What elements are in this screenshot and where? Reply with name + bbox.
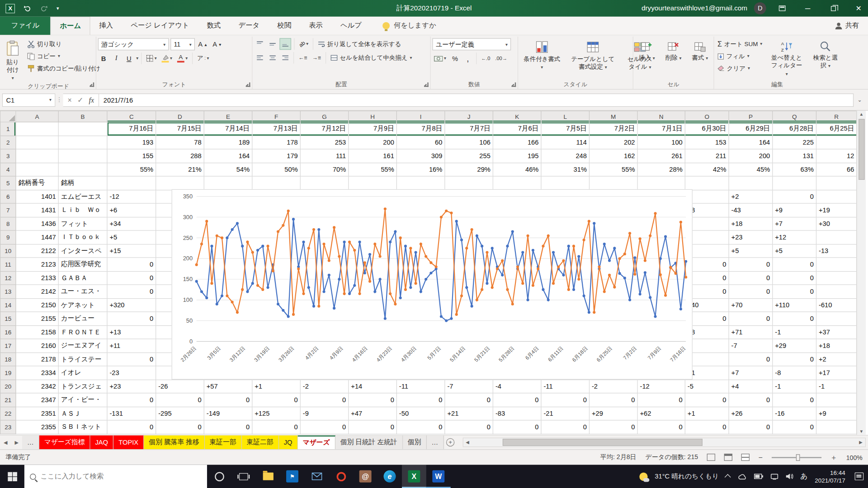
cell-J22[interactable]: +21 bbox=[445, 407, 493, 420]
zoom-slider[interactable] bbox=[771, 457, 821, 458]
cell-P10[interactable]: +5 bbox=[729, 244, 773, 258]
cell-C17[interactable]: +11 bbox=[107, 339, 156, 352]
column-header-A[interactable]: A bbox=[16, 111, 58, 122]
cell-F1[interactable]: 7月13日 bbox=[252, 122, 301, 136]
restore-button[interactable] bbox=[824, 0, 843, 17]
ribbon-display-options-button[interactable] bbox=[773, 0, 792, 17]
row-header-8[interactable]: 8 bbox=[0, 217, 16, 230]
store-button[interactable]: ⚑ bbox=[280, 465, 305, 488]
cell-J5[interactable] bbox=[445, 176, 493, 190]
underline-button[interactable]: U bbox=[123, 52, 134, 64]
cell-B20[interactable]: トランスジェ bbox=[58, 380, 107, 393]
cell-H22[interactable]: +47 bbox=[349, 407, 397, 420]
cell-C1[interactable]: 7月16日 bbox=[107, 122, 156, 136]
battery-icon[interactable] bbox=[754, 474, 763, 479]
column-header-I[interactable]: I bbox=[396, 111, 445, 122]
cell-C23[interactable]: 0 bbox=[107, 420, 156, 434]
cell-Q5[interactable] bbox=[773, 176, 816, 190]
normal-view-button[interactable] bbox=[707, 454, 715, 461]
font-size-select[interactable]: 11▾ bbox=[170, 38, 195, 50]
merge-center-button[interactable]: セルを結合して中央揃え ▾ bbox=[329, 52, 414, 64]
cell-P9[interactable]: +23 bbox=[729, 230, 773, 244]
cell-H23[interactable]: 0 bbox=[349, 420, 397, 434]
cell-R10[interactable]: -13 bbox=[816, 244, 857, 258]
row-header-20[interactable]: 20 bbox=[0, 380, 16, 393]
cell-K20[interactable]: -4 bbox=[493, 380, 541, 393]
tray-expand-icon[interactable] bbox=[724, 474, 731, 480]
cell-B7[interactable]: Ｌｉｂ Ｗｏ bbox=[58, 203, 107, 217]
cell-A3[interactable] bbox=[16, 149, 58, 163]
cell-M3[interactable]: 162 bbox=[589, 149, 637, 163]
column-header-P[interactable]: P bbox=[729, 111, 773, 122]
cell-R23[interactable] bbox=[816, 420, 857, 434]
cell-G2[interactable]: 253 bbox=[300, 136, 349, 149]
cell-C9[interactable]: +5 bbox=[107, 230, 156, 244]
number-dialog-launcher[interactable] bbox=[511, 82, 516, 87]
cell-R22[interactable]: +9 bbox=[816, 407, 857, 420]
cell-L3[interactable]: 248 bbox=[541, 149, 590, 163]
minimize-button[interactable]: ─ bbox=[798, 0, 817, 17]
cell-R11[interactable] bbox=[816, 258, 857, 271]
cell-M2[interactable]: 202 bbox=[589, 136, 637, 149]
cell-C16[interactable]: +13 bbox=[107, 325, 156, 339]
tab-help[interactable]: ヘルプ bbox=[331, 17, 370, 35]
cancel-entry-button[interactable]: × bbox=[67, 96, 71, 104]
clear-button[interactable]: クリア ▾ bbox=[716, 62, 764, 74]
cell-G22[interactable]: -9 bbox=[300, 407, 349, 420]
cell-P15[interactable]: 0 bbox=[729, 312, 773, 325]
decrease-indent-button[interactable]: ←≡ bbox=[297, 52, 309, 64]
select-all-corner[interactable] bbox=[0, 111, 16, 122]
cell-P12[interactable]: 0 bbox=[729, 271, 773, 285]
cell-B11[interactable]: 応用医学研究 bbox=[58, 258, 107, 271]
cell-K5[interactable] bbox=[493, 176, 541, 190]
action-center-icon[interactable] bbox=[855, 473, 864, 480]
fill-color-button[interactable]: ▾ bbox=[160, 52, 174, 64]
cell-A20[interactable]: 2342 bbox=[16, 380, 58, 393]
cell-F20[interactable]: +1 bbox=[252, 380, 301, 393]
cell-F23[interactable]: 0 bbox=[252, 420, 301, 434]
bold-button[interactable]: B bbox=[98, 52, 109, 64]
cell-Q13[interactable]: 0 bbox=[773, 285, 816, 298]
increase-indent-button[interactable]: →≡ bbox=[311, 52, 323, 64]
cell-F22[interactable]: +125 bbox=[252, 407, 301, 420]
tab-data[interactable]: データ bbox=[230, 17, 269, 35]
word-taskbar-button[interactable]: W bbox=[426, 465, 451, 488]
cell-O3[interactable]: 211 bbox=[685, 149, 729, 163]
row-header-5[interactable]: 5 bbox=[0, 176, 16, 190]
sheet-nav-left[interactable]: ◀ bbox=[0, 436, 11, 450]
cell-A19[interactable]: 2334 bbox=[16, 366, 58, 380]
cell-N21[interactable]: 0 bbox=[637, 393, 685, 407]
row-header-15[interactable]: 15 bbox=[0, 312, 16, 325]
column-header-D[interactable]: D bbox=[156, 111, 204, 122]
cell-C8[interactable]: +34 bbox=[107, 217, 156, 230]
cell-N3[interactable]: 261 bbox=[637, 149, 685, 163]
start-button[interactable] bbox=[0, 465, 24, 488]
cell-A12[interactable]: 2133 bbox=[16, 271, 58, 285]
cell-P23[interactable]: 0 bbox=[729, 420, 773, 434]
taskbar-search[interactable] bbox=[24, 465, 207, 488]
cell-I1[interactable]: 7月8日 bbox=[396, 122, 445, 136]
sheet-tab-ellipsis-right[interactable]: … bbox=[426, 436, 443, 450]
cell-A21[interactable]: 2347 bbox=[16, 393, 58, 407]
excel-taskbar-button[interactable]: X bbox=[402, 465, 426, 488]
cell-P21[interactable]: 0 bbox=[729, 393, 773, 407]
cell-K21[interactable]: 0 bbox=[493, 393, 541, 407]
formula-bar-expand-button[interactable]: ⌄ bbox=[854, 97, 866, 103]
tell-me-search[interactable]: 何をしますか bbox=[382, 17, 436, 35]
cell-A13[interactable]: 2142 bbox=[16, 285, 58, 298]
format-cells-button[interactable]: 書式 ▾ bbox=[689, 38, 711, 80]
cell-Q7[interactable]: +9 bbox=[773, 203, 816, 217]
column-header-C[interactable]: C bbox=[107, 111, 156, 122]
undo-button[interactable] bbox=[22, 3, 32, 13]
confirm-entry-button[interactable]: ✓ bbox=[77, 96, 83, 104]
column-header-N[interactable]: N bbox=[637, 111, 685, 122]
insert-function-button[interactable]: fx bbox=[89, 95, 94, 104]
row-header-14[interactable]: 14 bbox=[0, 298, 16, 312]
percent-style-button[interactable]: % bbox=[449, 52, 460, 64]
row-header-7[interactable]: 7 bbox=[0, 203, 16, 217]
align-right-button[interactable] bbox=[279, 52, 290, 64]
cell-Q14[interactable]: +110 bbox=[773, 298, 816, 312]
cell-H4[interactable]: 55% bbox=[349, 163, 397, 176]
network-icon[interactable] bbox=[770, 474, 778, 479]
cell-P20[interactable]: +4 bbox=[729, 380, 773, 393]
